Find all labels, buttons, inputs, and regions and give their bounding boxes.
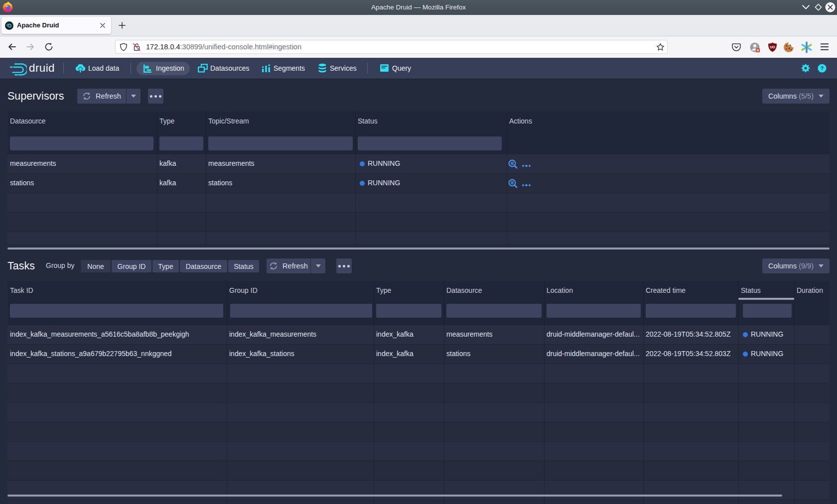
svg-text:UO: UO xyxy=(770,45,775,49)
svg-text:?: ? xyxy=(820,65,824,71)
